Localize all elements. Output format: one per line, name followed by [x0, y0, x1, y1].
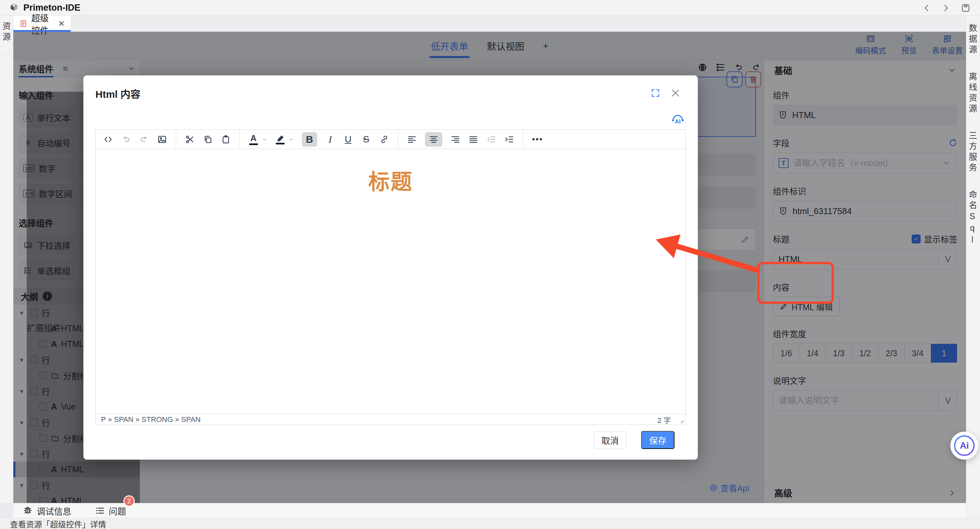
cancel-button[interactable]: 取消	[594, 431, 627, 449]
align-right-icon[interactable]	[450, 132, 460, 147]
document-icon	[19, 20, 27, 28]
toolbar-separator	[523, 130, 523, 149]
annotation-highlight-box	[757, 262, 834, 304]
element-breadcrumb[interactable]: P » SPAN » STRONG » SPAN	[101, 415, 200, 424]
editor-heading-text[interactable]: 标题	[96, 164, 686, 195]
link-icon[interactable]	[379, 132, 389, 147]
sidebar-item-resources[interactable]: 资源	[0, 22, 13, 43]
editor-statusbar: P » SPAN » STRONG » SPAN 2 字	[96, 414, 686, 424]
align-center-icon[interactable]	[425, 132, 442, 147]
toolbar-separator	[176, 130, 176, 149]
indent-icon[interactable]	[504, 132, 514, 147]
highlight-color-icon[interactable]	[275, 132, 285, 147]
maximize-icon[interactable]	[651, 88, 660, 98]
cut-icon[interactable]	[185, 132, 195, 147]
strikethrough-icon[interactable]: S	[361, 132, 371, 147]
source-code-icon[interactable]	[103, 132, 113, 147]
statusbar: 查看资源「超级控件」详情	[0, 518, 980, 529]
sidebar-item-datasource[interactable]: 数据源	[966, 16, 980, 64]
paste-icon[interactable]	[221, 132, 231, 147]
issues-list-icon	[95, 506, 105, 516]
app-logo-icon	[9, 2, 19, 13]
annotation-arrow	[647, 230, 760, 277]
ai-logo: Ai	[954, 435, 975, 456]
bold-icon[interactable]: B	[302, 132, 317, 147]
redo-icon[interactable]	[139, 132, 149, 147]
tab-super-widget[interactable]: 超级控件 ✕	[13, 16, 71, 32]
font-color-icon[interactable]: A	[248, 132, 259, 147]
outdent-icon[interactable]	[486, 132, 496, 147]
save-button[interactable]: 保存	[641, 431, 675, 449]
left-activity-strip: 资源	[0, 16, 13, 503]
copy-icon[interactable]	[203, 132, 213, 147]
sidebar-item-offline-resources[interactable]: 离线资源	[966, 64, 980, 123]
strip-divider	[2, 55, 12, 56]
status-text: 查看资源「超级控件」详情	[10, 518, 106, 529]
chevron-down-icon[interactable]	[262, 137, 267, 142]
undo-icon[interactable]	[121, 132, 131, 147]
debug-info-button[interactable]: 调试信息	[23, 505, 72, 517]
ai-assistant-icon[interactable]: AI	[670, 113, 686, 125]
issues-button[interactable]: 问题 2	[95, 505, 126, 517]
html-content-modal: Html 内容 AI A B I U S	[83, 75, 698, 460]
modal-footer: 取消 保存	[594, 431, 675, 449]
modal-title: Html 内容	[95, 86, 140, 101]
save-icon[interactable]	[961, 3, 970, 13]
toolbar-separator	[398, 130, 398, 149]
word-count: 2 字	[657, 414, 671, 425]
svg-text:AI: AI	[675, 118, 681, 125]
align-justify-icon[interactable]	[468, 132, 478, 147]
rich-text-editor: A B I U S ••• 标题 P » SPAN » STRONG » SPA…	[95, 129, 686, 425]
sidebar-item-named-sql[interactable]: 命名Sql	[966, 182, 980, 254]
more-options-icon[interactable]: •••	[532, 132, 543, 147]
bottom-toolbar: 调试信息 问题 2	[13, 503, 966, 518]
resize-handle-icon[interactable]	[678, 418, 684, 424]
debug-icon	[23, 506, 33, 516]
underline-icon[interactable]: U	[343, 132, 353, 147]
close-icon[interactable]	[670, 88, 681, 98]
editor-content-area[interactable]: 标题	[96, 149, 686, 414]
insert-image-icon[interactable]	[157, 132, 167, 147]
italic-icon[interactable]: I	[325, 132, 335, 147]
align-left-icon[interactable]	[407, 132, 417, 147]
document-tabbar: 超级控件 ✕	[13, 16, 966, 32]
editor-toolbar: A B I U S •••	[96, 130, 686, 149]
close-tab-icon[interactable]: ✕	[58, 19, 65, 29]
nav-forward-icon[interactable]	[941, 3, 951, 13]
chevron-down-icon[interactable]	[288, 137, 294, 142]
nav-back-icon[interactable]	[922, 3, 931, 13]
titlebar: Primeton-IDE	[0, 0, 980, 16]
issues-count-badge: 2	[123, 495, 135, 507]
ai-assistant-button[interactable]: Ai	[950, 432, 978, 460]
sidebar-item-third-party-services[interactable]: 三方服务	[966, 123, 980, 182]
